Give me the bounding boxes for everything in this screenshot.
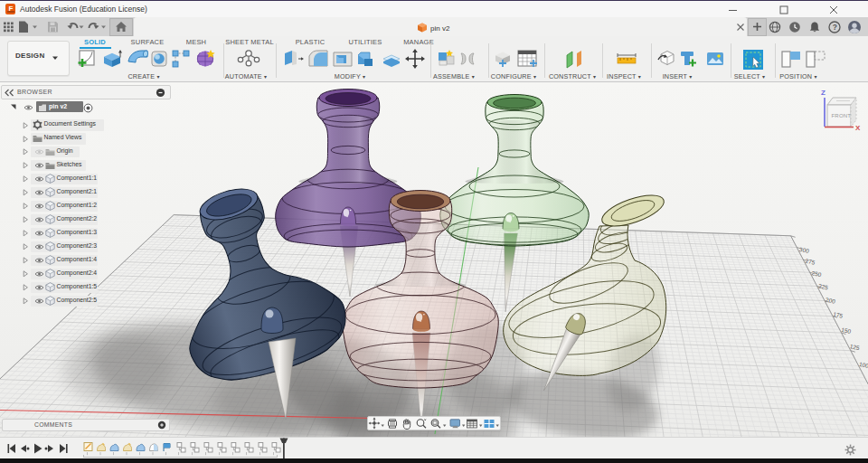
svg-text:?: ? [833, 23, 837, 32]
svg-text:X: X [855, 124, 861, 132]
svg-text:FRONT: FRONT [832, 113, 852, 118]
svg-text:Z: Z [821, 89, 826, 97]
